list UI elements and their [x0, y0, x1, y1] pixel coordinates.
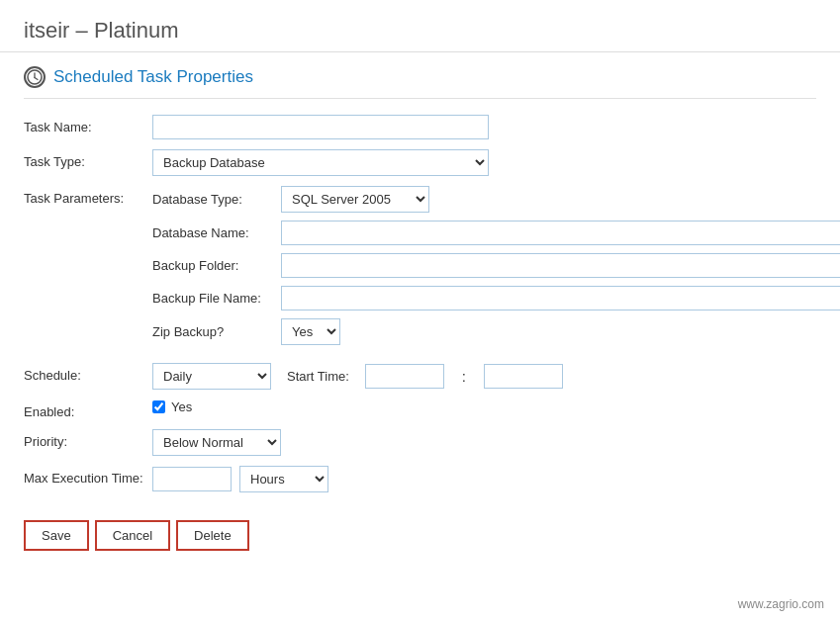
- save-button[interactable]: Save: [24, 520, 89, 551]
- db-type-label: Database Type:: [152, 192, 281, 207]
- schedule-label: Schedule:: [24, 363, 152, 383]
- backup-folder-input[interactable]: \backups: [281, 253, 840, 278]
- start-time-label: Start Time:: [287, 369, 349, 384]
- db-name-input[interactable]: [281, 221, 840, 245]
- section-header: Scheduled Task Properties: [0, 52, 840, 98]
- page-title: itseir – Platinum: [24, 18, 816, 44]
- enabled-text: Yes: [171, 399, 192, 414]
- enabled-inner: Yes: [152, 399, 816, 414]
- start-time-hours-input[interactable]: 12: [365, 364, 444, 389]
- db-type-control: SQL Server 2005: [281, 186, 840, 213]
- task-type-control: Backup Database: [152, 149, 816, 176]
- cancel-button[interactable]: Cancel: [95, 520, 170, 551]
- task-name-control: Back Up: [152, 115, 816, 139]
- task-params-label: Task Parameters:: [24, 186, 152, 206]
- max-exec-inner: 1 Hours Minutes: [152, 466, 816, 492]
- backup-file-input[interactable]: database_backup.bak: [281, 286, 840, 310]
- schedule-select[interactable]: Daily Weekly Monthly: [152, 363, 271, 390]
- backup-file-row: Backup File Name: database_backup.bak: [152, 286, 840, 310]
- section-title: Scheduled Task Properties: [53, 67, 253, 87]
- db-type-row: Database Type: SQL Server 2005: [152, 186, 840, 213]
- zip-backup-select[interactable]: Yes No: [281, 318, 340, 345]
- enabled-label: Enabled:: [24, 399, 152, 419]
- zip-backup-row: Zip Backup? Yes No: [152, 318, 840, 345]
- time-separator: :: [460, 368, 468, 385]
- button-row: Save Cancel Delete: [0, 502, 840, 569]
- task-name-label: Task Name:: [24, 115, 152, 134]
- priority-select[interactable]: Below Normal Normal Above Normal: [152, 429, 281, 456]
- max-exec-row: Max Execution Time: 1 Hours Minutes: [24, 466, 816, 492]
- task-type-row: Task Type: Backup Database: [24, 149, 816, 176]
- max-exec-label: Max Execution Time:: [24, 466, 152, 486]
- zip-backup-control: Yes No: [281, 318, 840, 345]
- svg-line-2: [35, 78, 38, 80]
- backup-folder-label: Backup Folder:: [152, 258, 281, 273]
- max-exec-input[interactable]: 1: [152, 467, 232, 491]
- priority-label: Priority:: [24, 429, 152, 449]
- title-separator: –: [69, 18, 93, 43]
- zip-backup-label: Zip Backup?: [152, 324, 281, 339]
- schedule-row: Schedule: Daily Weekly Monthly Start Tim…: [24, 363, 816, 390]
- task-type-select[interactable]: Backup Database: [152, 149, 489, 176]
- start-time-minutes-input[interactable]: 00: [484, 364, 563, 389]
- schedule-control: Daily Weekly Monthly Start Time: 12 : 00: [152, 363, 816, 390]
- task-params-row: Task Parameters: Database Type: SQL Serv…: [24, 186, 816, 353]
- task-type-label: Task Type:: [24, 149, 152, 169]
- schedule-inner: Daily Weekly Monthly Start Time: 12 : 00: [152, 363, 816, 390]
- task-name-row: Task Name: Back Up: [24, 115, 816, 139]
- backup-folder-control: \backups: [281, 253, 840, 278]
- db-name-label: Database Name:: [152, 225, 281, 240]
- max-exec-control: 1 Hours Minutes: [152, 466, 816, 492]
- enabled-control: Yes: [152, 399, 816, 414]
- footer-brand: www.zagrio.com: [738, 597, 824, 611]
- priority-row: Priority: Below Normal Normal Above Norm…: [24, 429, 816, 456]
- plan-name: Platinum: [94, 18, 179, 43]
- db-type-select[interactable]: SQL Server 2005: [281, 186, 429, 213]
- clock-icon: [24, 66, 46, 88]
- enabled-row: Enabled: Yes: [24, 399, 816, 419]
- form-body: Task Name: Back Up Task Type: Backup Dat…: [0, 99, 840, 492]
- task-name-input[interactable]: Back Up: [152, 115, 489, 139]
- page-header: itseir – Platinum: [0, 0, 840, 52]
- priority-control: Below Normal Normal Above Normal: [152, 429, 816, 456]
- task-params-inner: Database Type: SQL Server 2005 Database …: [152, 186, 840, 353]
- enabled-checkbox[interactable]: [152, 400, 165, 413]
- db-name-row: Database Name:: [152, 221, 840, 245]
- delete-button[interactable]: Delete: [176, 520, 249, 551]
- db-name-control: [281, 221, 840, 245]
- brand-name: itseir: [24, 18, 69, 43]
- backup-file-label: Backup File Name:: [152, 291, 281, 306]
- backup-folder-row: Backup Folder: \backups: [152, 253, 840, 278]
- backup-file-control: database_backup.bak: [281, 286, 840, 310]
- max-exec-unit-select[interactable]: Hours Minutes: [239, 466, 328, 492]
